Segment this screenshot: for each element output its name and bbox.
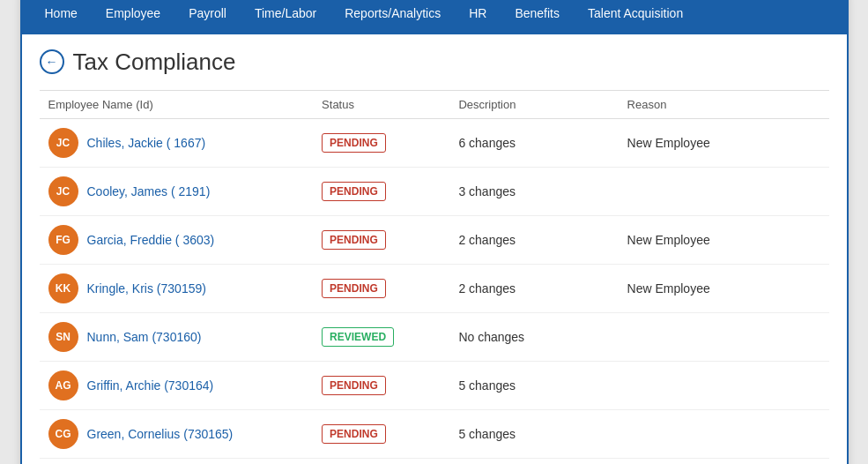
page-header: ← Tax Compliance: [40, 49, 829, 76]
reason-cell: New Employee: [619, 215, 829, 264]
reason-cell: [619, 167, 829, 215]
employee-name[interactable]: Garcia, Freddie ( 3603): [87, 233, 215, 247]
status-badge: PENDING: [322, 279, 386, 298]
employee-cell: JC Chiles, Jackie ( 1667): [48, 128, 305, 158]
status-badge: PENDING: [322, 376, 386, 395]
status-badge: REVIEWED: [322, 327, 394, 347]
description-cell: 3 changes: [449, 167, 618, 215]
status-badge: PENDING: [322, 230, 386, 250]
page-title: Tax Compliance: [73, 49, 236, 76]
employee-name[interactable]: Griffin, Archie (730164): [87, 378, 214, 393]
avatar: JC: [48, 176, 78, 206]
back-arrow-icon: ←: [46, 56, 58, 68]
nav-item-reports-analytics[interactable]: Reports/Analytics: [330, 0, 455, 34]
employee-cell: SN Nunn, Sam (730160): [48, 322, 305, 352]
avatar: JC: [48, 128, 78, 158]
col-header-reason: Reason: [619, 90, 829, 118]
reason-cell: [619, 361, 829, 409]
description-cell: 5 changes: [449, 361, 618, 409]
avatar: CG: [48, 419, 78, 449]
employee-name[interactable]: Green, Cornelius (730165): [87, 427, 234, 441]
table-row[interactable]: SN Nunn, Sam (730160) REVIEWEDNo changes: [40, 312, 829, 361]
reason-cell: New Employee: [619, 264, 829, 312]
nav-item-time-labor[interactable]: Time/Labor: [241, 0, 330, 34]
reason-cell: [619, 312, 829, 361]
avatar: SN: [48, 322, 78, 352]
table-row[interactable]: AG Griffin, Archie (730164) PENDING5 cha…: [40, 361, 829, 409]
avatar: KK: [48, 273, 78, 303]
nav-item-benefits[interactable]: Benefits: [501, 0, 574, 34]
employee-name[interactable]: Nunn, Sam (730160): [87, 330, 202, 344]
nav-item-talent-acquisition[interactable]: Talent Acquisition: [574, 0, 697, 34]
table-row[interactable]: KK Kringle, Kris (730159) PENDING2 chang…: [40, 264, 829, 312]
col-header-description: Description: [449, 90, 618, 118]
table-row[interactable]: JC Cooley, James ( 2191) PENDING3 change…: [40, 167, 829, 215]
employee-table: Employee Name (Id) Status Description Re…: [40, 90, 829, 459]
description-cell: 2 changes: [449, 215, 618, 264]
reason-cell: [619, 409, 829, 458]
status-badge: PENDING: [322, 133, 386, 153]
reason-cell: New Employee: [619, 118, 829, 167]
nav-item-hr[interactable]: HR: [455, 0, 501, 34]
description-cell: 2 changes: [449, 264, 618, 312]
nav-bar: HomeEmployeePayrollTime/LaborReports/Ana…: [22, 0, 847, 34]
table-row[interactable]: FG Garcia, Freddie ( 3603) PENDING2 chan…: [40, 215, 829, 264]
col-header-status: Status: [313, 90, 449, 118]
employee-name[interactable]: Cooley, James ( 2191): [87, 184, 211, 198]
description-cell: 5 changes: [449, 409, 618, 458]
employee-cell: CG Green, Cornelius (730165): [48, 419, 305, 449]
employee-cell: FG Garcia, Freddie ( 3603): [48, 225, 305, 255]
status-badge: PENDING: [322, 182, 386, 201]
status-badge: PENDING: [322, 424, 386, 444]
table-row[interactable]: CG Green, Cornelius (730165) PENDING5 ch…: [40, 409, 829, 458]
back-button[interactable]: ←: [40, 49, 64, 74]
avatar: FG: [48, 225, 78, 255]
employee-cell: AG Griffin, Archie (730164): [48, 370, 305, 400]
nav-item-employee[interactable]: Employee: [92, 0, 174, 34]
table-row[interactable]: JC Chiles, Jackie ( 1667) PENDING6 chang…: [40, 118, 829, 167]
app-container: HomeEmployeePayrollTime/LaborReports/Ana…: [20, 0, 849, 464]
nav-item-home[interactable]: Home: [31, 0, 92, 34]
table-body: JC Chiles, Jackie ( 1667) PENDING6 chang…: [40, 118, 829, 458]
employee-cell: KK Kringle, Kris (730159): [48, 273, 305, 303]
employee-cell: JC Cooley, James ( 2191): [48, 176, 305, 206]
col-header-name: Employee Name (Id): [40, 90, 314, 118]
description-cell: 6 changes: [449, 118, 618, 167]
employee-name[interactable]: Chiles, Jackie ( 1667): [87, 136, 206, 150]
nav-item-payroll[interactable]: Payroll: [174, 0, 241, 34]
avatar: AG: [48, 370, 78, 400]
employee-name[interactable]: Kringle, Kris (730159): [87, 281, 206, 296]
description-cell: No changes: [449, 312, 618, 361]
page-content: ← Tax Compliance Employee Name (Id) Stat…: [22, 34, 847, 465]
table-header: Employee Name (Id) Status Description Re…: [40, 90, 829, 118]
